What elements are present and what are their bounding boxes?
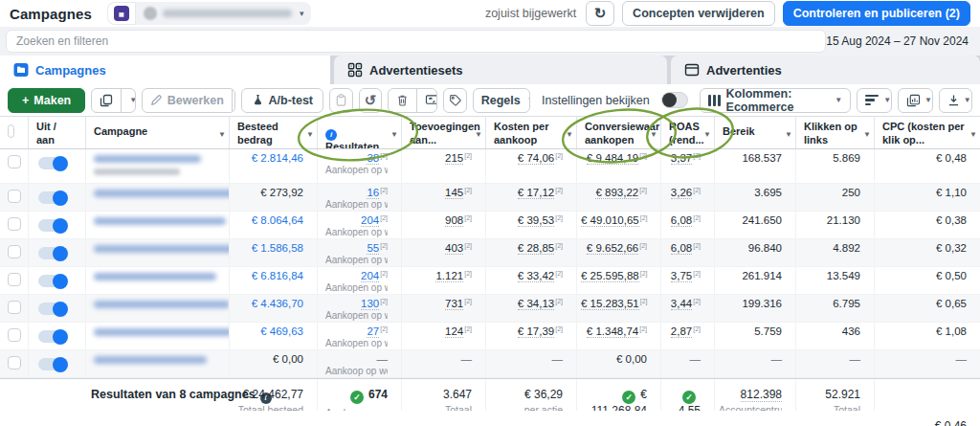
date-range-picker[interactable]: 15 Aug 2024 – 27 Nov 2024: [826, 34, 980, 48]
column-header-conversion-value[interactable]: Conversiewaar aankopen▼: [577, 117, 661, 148]
spend-cell: € 8.064,64: [230, 212, 318, 238]
reports-button[interactable]: ▼: [899, 89, 933, 112]
campaign-name-redacted[interactable]: [94, 245, 230, 253]
paste-button[interactable]: [329, 88, 353, 113]
breakdown-button[interactable]: ▼: [858, 89, 892, 112]
tab-ads[interactable]: Advertenties: [671, 56, 980, 84]
campaign-name-cell[interactable]: [86, 212, 230, 238]
column-header-results[interactable]: iResultaten▼: [318, 117, 402, 148]
tab-adsets[interactable]: Advertentiesets: [334, 56, 667, 84]
campaign-name-redacted[interactable]: [94, 190, 230, 197]
column-label: Resultaten: [325, 141, 379, 148]
campaign-name-redacted[interactable]: [94, 273, 216, 280]
create-button[interactable]: +Maken: [8, 88, 85, 113]
campaign-name-cell[interactable]: [86, 323, 230, 349]
row-toggle-cell: [29, 149, 86, 183]
row-select-cell: [0, 350, 29, 377]
row-checkbox[interactable]: [8, 301, 21, 314]
discard-drafts-button[interactable]: Concepten verwijderen: [622, 1, 775, 26]
export-button[interactable]: ▼: [940, 89, 972, 112]
column-label: Toevoegingen aan...: [410, 121, 480, 146]
refresh-button[interactable]: ↻: [586, 1, 614, 26]
duplicate-menu-button[interactable]: ▼: [122, 89, 136, 112]
additions-cell: 1.121[2]: [402, 267, 486, 294]
result-type-label: Aankopen op we...: [322, 226, 388, 238]
view-settings-toggle[interactable]: [661, 92, 688, 108]
sort-caret-icon[interactable]: ▼: [390, 130, 398, 140]
campaign-active-toggle[interactable]: [38, 275, 67, 287]
campaign-name-redacted[interactable]: [94, 301, 230, 308]
sort-caret-icon[interactable]: ▼: [703, 130, 711, 140]
campaign-name-redacted[interactable]: [94, 217, 226, 225]
select-all-checkbox[interactable]: [8, 124, 14, 138]
duplicate-button[interactable]: [92, 89, 121, 112]
search-input[interactable]: Zoeken en filteren: [6, 30, 826, 53]
sort-caret-icon[interactable]: ▼: [863, 130, 871, 140]
sort-caret-icon[interactable]: ▼: [969, 130, 977, 140]
edit-menu-button[interactable]: ▼: [233, 89, 235, 112]
row-checkbox[interactable]: [8, 190, 21, 203]
row-select-cell: [0, 184, 29, 211]
campaign-name-redacted[interactable]: [94, 155, 201, 163]
column-header-cost-per-purchase[interactable]: Kosten per aankoop▼: [486, 117, 577, 148]
sort-caret-icon[interactable]: ▼: [306, 130, 314, 140]
pixel-chip[interactable]: ▦: [107, 2, 136, 25]
sort-caret-icon[interactable]: ▼: [785, 130, 792, 140]
result-type-label: Aankopen op we...: [322, 337, 388, 349]
campaign-active-toggle[interactable]: [38, 157, 67, 169]
campaign-active-toggle[interactable]: [38, 303, 67, 315]
campaign-name-cell[interactable]: [86, 267, 230, 294]
row-checkbox[interactable]: [8, 273, 21, 286]
account-name-redacted: [163, 10, 292, 17]
review-publish-button[interactable]: Controleren en publiceren (2): [783, 1, 970, 26]
account-avatar: [144, 7, 157, 20]
row-checkbox[interactable]: [8, 328, 21, 342]
campaign-name-cell[interactable]: [86, 149, 230, 183]
campaign-name-cell[interactable]: [86, 295, 230, 322]
tab-campaigns[interactable]: Campagnes: [0, 56, 330, 84]
campaign-name-redacted[interactable]: [94, 356, 207, 364]
campaign-name-cell[interactable]: [86, 184, 230, 211]
column-header-campaign[interactable]: Campagne▼: [86, 117, 230, 148]
sort-caret-icon[interactable]: ▼: [650, 130, 657, 140]
column-label: ROAS (rend...: [669, 121, 704, 146]
row-checkbox[interactable]: [8, 217, 21, 231]
account-selector[interactable]: ▦ ▾: [107, 2, 312, 25]
row-checkbox[interactable]: [8, 155, 21, 168]
campaign-active-toggle[interactable]: [38, 358, 67, 370]
undo-button[interactable]: ↺: [359, 88, 383, 113]
campaign-name-redacted[interactable]: [94, 328, 230, 336]
roas-cell: —: [661, 350, 715, 377]
column-header-roas[interactable]: ROAS (rend...▼: [661, 117, 715, 148]
campaign-active-toggle[interactable]: [38, 330, 67, 343]
tag-button[interactable]: [443, 88, 467, 113]
sort-caret-icon[interactable]: ▼: [566, 130, 573, 140]
refresh-icon: ↻: [594, 5, 607, 22]
column-header-reach[interactable]: Bereik▼: [715, 117, 796, 148]
campaign-active-toggle[interactable]: [38, 247, 67, 259]
column-header-cpc[interactable]: CPC (kosten per klik op...▼: [875, 117, 980, 148]
column-header-link-clicks[interactable]: Klikken op links▼: [796, 117, 875, 148]
column-header-onoff[interactable]: Uit / aan: [29, 117, 86, 148]
info-icon[interactable]: i: [325, 129, 337, 141]
sort-caret-icon[interactable]: ▼: [475, 130, 482, 140]
chevron-down-icon: ▼: [129, 96, 136, 104]
campaign-active-toggle[interactable]: [38, 219, 67, 232]
row-hover-actions[interactable]: [94, 168, 180, 175]
row-checkbox[interactable]: [8, 356, 21, 370]
campaign-name-cell[interactable]: [86, 239, 230, 266]
column-header-additions[interactable]: Toevoegingen aan...▼: [402, 117, 486, 148]
delete-button[interactable]: [389, 89, 416, 112]
row-checkbox[interactable]: [8, 245, 21, 258]
campaign-active-toggle[interactable]: [38, 191, 67, 204]
table-row: € 1.586,5855[2]Aankopen op we...403[2]€ …: [0, 239, 980, 267]
preview-button[interactable]: [417, 89, 436, 112]
edit-button[interactable]: Bewerken: [143, 89, 232, 112]
columns-button[interactable]: Kolommen: Ecommerce ▼: [701, 89, 851, 112]
sort-caret-icon[interactable]: ▼: [218, 130, 226, 140]
rules-button[interactable]: Regels▼: [474, 89, 530, 112]
total-cost: € 36,29per actie: [486, 379, 577, 411]
column-header-spend[interactable]: Besteed bedrag▼: [230, 117, 318, 148]
campaign-name-cell[interactable]: [86, 350, 230, 377]
ab-test-button[interactable]: A/b-test: [241, 88, 324, 113]
